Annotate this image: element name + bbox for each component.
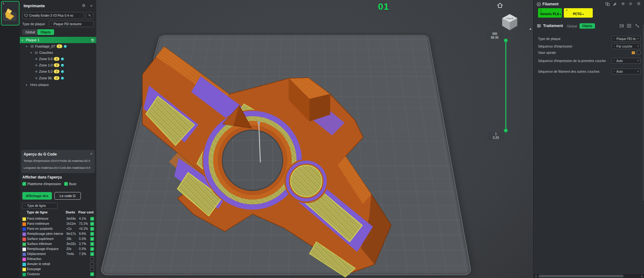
paint-icon[interactable] [61,64,64,67]
line-visible-checkbox[interactable]: ✓ [90,217,94,221]
line-type-row[interactable]: Paroi extérieure 1h11m 73.1% ✓ [20,222,96,227]
line-duration: 1h11m [66,222,78,225]
other-layers-sequence-select[interactable]: ~Auto▾ [612,69,641,74]
grid-view-icon[interactable] [627,24,631,28]
line-duration: 3m32s [66,242,78,246]
filament-settings-gear-icon[interactable]: ⚙ [637,2,641,6]
edit-printer-button[interactable]: ✎ [86,12,93,19]
filament-icon [537,2,541,6]
eye-icon[interactable] [30,45,34,48]
printer-settings-gear-icon[interactable]: ⚙ [82,3,86,8]
print-sequence-select[interactable]: ~Par couche▾ [612,43,641,49]
line-visible-checkbox[interactable]: ✓ [90,242,94,246]
line-visible-checkbox[interactable]: ✓ [90,222,94,226]
line-visible-checkbox[interactable] [90,267,94,271]
layer-slider-bottom-handle[interactable] [504,128,508,133]
spiral-vase-checkbox[interactable] [637,51,641,54]
tab-global[interactable]: Global [22,29,38,35]
object-name: Fuselage_07 [35,44,55,48]
printer-panel-title: Imprimante [24,4,45,8]
params-list-icon[interactable] [619,24,624,28]
layer-slider-top-handle[interactable] [504,38,508,43]
process-tab-global[interactable]: Global [567,24,577,28]
first-layer-sequence-select[interactable]: ~Auto▾ [612,58,641,64]
line-visible-checkbox[interactable]: ✓ [90,247,94,251]
home-view-icon[interactable] [496,2,504,9]
scrollbar-thumb[interactable] [539,275,624,277]
filament-1-chip[interactable]: 1 Generic PLA ▾ [538,8,562,18]
filament-badge[interactable]: 2 [54,57,59,61]
line-type-row[interactable]: Remplissage d'espace 20s 0.3% ✓ [20,247,96,252]
line-type-label: Coutures [27,272,65,276]
line-visible-checkbox[interactable]: ✓ [90,272,94,276]
flush-volumes-icon[interactable] [605,2,610,6]
tree-zone-row[interactable]: Zone 5.0 2 [20,68,96,75]
line-visible-checkbox[interactable]: ✓ [90,237,94,241]
paint-icon[interactable] [61,70,64,73]
plate-type-process-select[interactable]: ~Plaque PEI tex...▾ [612,36,641,42]
platform-checkbox[interactable]: ✓ [22,182,26,186]
tree-layers-row[interactable]: ▾ Couches [20,49,96,56]
horizontal-scrollbar[interactable]: ◄ ► [534,274,644,278]
tree-zone-row[interactable]: Zone 1.0 2 [20,62,96,68]
process-tab-objects[interactable]: Objets [580,23,595,29]
line-type-row[interactable]: Paroi en surplomb <1s <0.1% ✓ [20,227,96,232]
printer-select[interactable]: Creality Ender-3 V3 Plus 0.4 no [22,12,84,19]
plate-thumbnail[interactable]: 1 [1,1,19,26]
layer-slider-track[interactable] [505,40,506,130]
line-type-row[interactable]: Rétraction [20,257,96,262]
platform-label: Plateforme d'impression [27,182,61,186]
compare-branch-icon[interactable] [635,24,639,28]
expand-panel-arrow-icon[interactable]: ▸ [530,27,531,31]
plate-settings-icon[interactable] [91,38,94,42]
collapse-panel-icon[interactable]: « [90,3,92,8]
line-visible-checkbox[interactable] [90,257,94,261]
line-type-row[interactable]: Coutures ✓ [20,272,96,277]
line-percent: 7.3% [79,252,90,256]
line-type-row[interactable]: Surface inférieure 3m32s 3.7% ✓ [20,242,96,247]
line-visible-checkbox[interactable]: ✓ [90,227,94,231]
wiki-hint-icon[interactable] [631,51,635,54]
line-type-row[interactable]: Surface supérieure 18s 0.3% ✓ [20,237,96,242]
orientation-cube[interactable]: Haut [499,11,520,31]
paint-icon[interactable] [61,57,64,61]
remove-filament-icon[interactable]: ⊖ [629,2,632,6]
line-visible-checkbox[interactable]: ✓ [90,232,94,236]
tree-zone-row[interactable]: Zone 95. 2 [20,75,96,81]
line-type-row[interactable]: Annuler le retrait [20,262,96,267]
plate-type-select[interactable]: ~ Plaque PEI texturée [49,21,94,27]
filament-badge[interactable]: 2 [54,63,59,67]
paint-icon[interactable] [64,45,67,48]
line-type-row[interactable]: Déplacement 7m4s 7.3% ✓ [20,252,96,257]
add-filament-icon[interactable]: ⊕ [621,2,625,6]
gcode-view-button[interactable]: Le code G [54,192,81,200]
tree-zone-row[interactable]: Zone 0.0 2 [20,56,96,62]
line-visible-checkbox[interactable]: ✓ [90,252,94,256]
line-percent: 9.6% [79,232,90,235]
filament-badge[interactable]: 2 [54,70,59,73]
line-type-row[interactable]: Paroi intérieure 3m59s 4.1% ✓ [20,217,96,222]
tree-offplate-row[interactable]: ▸ Hors plaque [20,82,96,88]
line-type-label: Déplacement [27,252,65,256]
collapse-gcode-icon[interactable]: « [90,152,92,156]
filament-2-chip[interactable]: 2 PCTG ▾ [564,8,593,18]
tree-object-row[interactable]: ▾ Fuselage_07 2 [20,43,96,49]
wrench-icon[interactable] [613,2,617,6]
filament-badge[interactable]: 2 [54,76,59,80]
viewport-3d[interactable]: 01 Haut 396 98.95 1 0.20 [96,0,533,278]
scroll-left-arrow-icon[interactable]: ◄ [534,275,538,277]
scroll-right-arrow-icon[interactable]: ► [640,275,644,277]
line-type-row[interactable]: Remplissage plein interne 9m17s 9.6% ✓ [20,232,96,237]
tab-objects[interactable]: Objets [37,29,54,35]
vertical-scrollbar[interactable] [643,25,644,201]
line-type-filter-select[interactable]: ~ Type de ligne [22,203,58,209]
line-view-button[interactable]: Affichage des [22,192,52,200]
tree-plate-row[interactable]: ▾ Plaque 1 [20,37,96,43]
paint-icon[interactable] [61,77,64,80]
filament-badge[interactable]: 2 [57,44,62,48]
line-color-swatch [22,242,26,246]
pencil-icon: ✎ [88,14,91,17]
nozzle-checkbox[interactable]: ✓ [64,182,68,186]
line-type-row[interactable]: Essuyage [20,267,96,272]
line-visible-checkbox[interactable] [90,262,94,266]
